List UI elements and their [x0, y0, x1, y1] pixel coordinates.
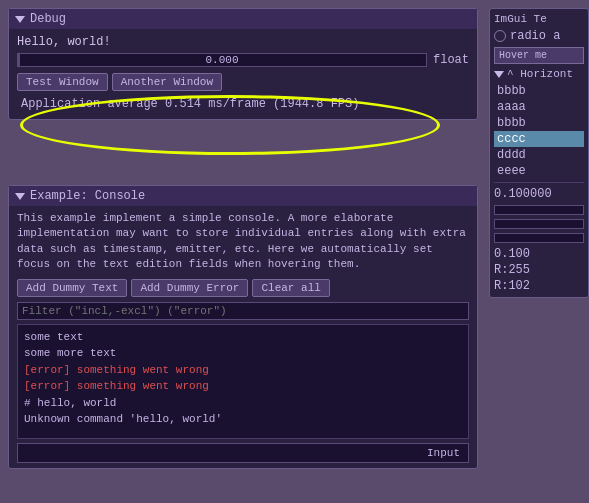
slider-label: float: [433, 53, 469, 67]
float-slider[interactable]: 0.000: [17, 53, 427, 67]
radio-row: radio a: [494, 29, 584, 43]
console-description: This example implement a simple console.…: [17, 211, 469, 273]
list-item-bbbb1[interactable]: bbbb: [494, 83, 584, 99]
collapse-icon: [15, 16, 25, 23]
console-window: Example: Console This example implement …: [8, 185, 478, 469]
test-window-btn[interactable]: Test Window: [17, 73, 108, 91]
filter-row: Filter ("incl,-excl") ("error"): [17, 302, 469, 320]
log-line-5: # hello, world: [24, 395, 462, 412]
filter-input[interactable]: [18, 303, 468, 319]
add-dummy-error-btn[interactable]: Add Dummy Error: [131, 279, 248, 297]
debug-title: Debug: [30, 12, 66, 26]
list-item-cccc[interactable]: cccc: [494, 131, 584, 147]
window-buttons: Test Window Another Window: [17, 73, 469, 91]
console-buttons: Add Dummy Text Add Dummy Error Clear all: [17, 279, 469, 297]
slider-row: 0.000 float: [17, 53, 469, 67]
slider3[interactable]: [494, 233, 584, 243]
clear-all-btn[interactable]: Clear all: [252, 279, 329, 297]
section-header: ^ Horizont: [494, 68, 584, 80]
slider1[interactable]: [494, 205, 584, 215]
hello-text: Hello, world!: [17, 35, 469, 49]
r-value2: R:102: [494, 279, 584, 293]
radio-label: radio a: [510, 29, 560, 43]
section-label: ^ Horizont: [507, 68, 573, 80]
console-input[interactable]: [18, 444, 419, 462]
log-line-3: [error] something went wrong: [24, 362, 462, 379]
log-line-1: some text: [24, 329, 462, 346]
debug-titlebar: Debug: [9, 9, 477, 29]
debug-content: Hello, world! 0.000 float Test Window An…: [9, 29, 477, 119]
list-item-aaaa[interactable]: aaaa: [494, 99, 584, 115]
num-value2: 0.100: [494, 247, 584, 261]
radio-button[interactable]: [494, 30, 506, 42]
right-panel: ImGui Te radio a Hover me ^ Horizont bbb…: [489, 8, 589, 298]
input-label: Input: [419, 444, 468, 462]
log-line-4: [error] something went wrong: [24, 378, 462, 395]
console-log[interactable]: some text some more text [error] somethi…: [17, 324, 469, 439]
list-item-bbbb2[interactable]: bbbb: [494, 115, 584, 131]
console-content: This example implement a simple console.…: [9, 206, 477, 468]
log-line-2: some more text: [24, 345, 462, 362]
fps-text: Application average 0.514 ms/frame (1944…: [17, 95, 469, 113]
console-titlebar: Example: Console: [9, 186, 477, 206]
r-value1: R:255: [494, 263, 584, 277]
hover-button[interactable]: Hover me: [494, 47, 584, 64]
console-collapse-icon: [15, 193, 25, 200]
list-item-dddd[interactable]: dddd: [494, 147, 584, 163]
log-line-6: Unknown command 'hello, world': [24, 411, 462, 428]
input-row: Input: [17, 443, 469, 463]
another-window-btn[interactable]: Another Window: [112, 73, 222, 91]
slider2[interactable]: [494, 219, 584, 229]
debug-window: Debug Hello, world! 0.000 float Test Win…: [8, 8, 478, 120]
right-panel-title: ImGui Te: [494, 13, 584, 25]
console-title: Example: Console: [30, 189, 145, 203]
num-value1: 0.100000: [494, 187, 584, 201]
slider-value: 0.000: [18, 54, 426, 66]
add-dummy-text-btn[interactable]: Add Dummy Text: [17, 279, 127, 297]
list-item-eeee[interactable]: eeee: [494, 163, 584, 179]
divider1: [494, 182, 584, 183]
section-triangle-icon: [494, 71, 504, 78]
